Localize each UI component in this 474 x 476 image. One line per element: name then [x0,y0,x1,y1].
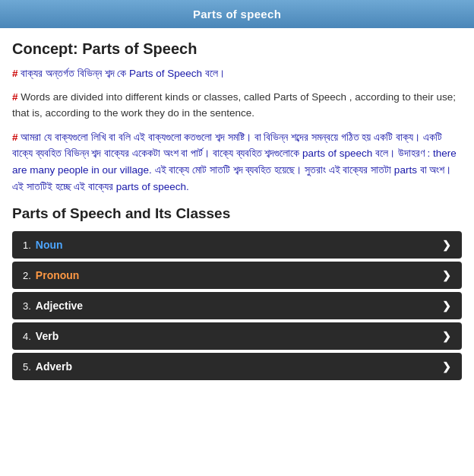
chevron-right-icon: ❯ [442,300,451,312]
pos-item-left: 5.Adverb [23,360,72,373]
page-title: Parts of speech [193,8,281,21]
app: Parts of speech Concept: Parts of Speech… [0,0,474,476]
content-area: Concept: Parts of Speech # বাক্যর অন্তর্… [0,28,474,476]
pos-num-4: 5. [23,361,31,373]
para1-bangla: বাক্যর অন্তর্গত বিভিন্ন শব্দ কে Parts of… [18,68,225,79]
chevron-right-icon: ❯ [442,360,451,373]
pos-name-noun: Noun [36,239,63,251]
pos-num-0: 1. [23,240,31,251]
pos-num-2: 3. [23,300,31,312]
pos-item-noun[interactable]: 1.Noun❯ [12,231,462,259]
pos-item-left: 2.Pronoun [23,269,79,281]
chevron-right-icon: ❯ [442,239,451,251]
header: Parts of speech [0,0,474,28]
para-2: # Words are divided into different kinds… [12,90,462,122]
pos-name-verb: Verb [36,330,58,342]
classes-title: Parts of Speech and Its Classes [12,205,462,222]
para2-text: Words are divided into different kinds o… [12,91,456,119]
para-3: # আমরা যে বাক্যগুলো লিখি বা বলি এই বাক্য… [12,129,462,195]
pos-name-pronoun: Pronoun [36,269,80,281]
pos-item-adjective[interactable]: 3.Adjective❯ [12,292,462,319]
para-1: # বাক্যর অন্তর্গত বিভিন্ন শব্দ কে Parts … [12,65,462,82]
hash-3: # [12,132,18,143]
hash-2: # [12,91,18,103]
pos-item-left: 1.Noun [23,239,63,251]
hash-1: # [12,68,18,79]
pos-name-adverb: Adverb [36,360,72,373]
pos-name-adjective: Adjective [36,300,83,312]
chevron-right-icon: ❯ [442,269,451,281]
pos-item-left: 3.Adjective [23,300,83,312]
pos-item-pronoun[interactable]: 2.Pronoun❯ [12,262,462,289]
chevron-right-icon: ❯ [442,330,451,342]
pos-item-verb[interactable]: 4.Verb❯ [12,322,462,350]
pos-num-3: 4. [23,331,31,342]
pos-item-adverb[interactable]: 5.Adverb❯ [12,353,462,380]
pos-list: 1.Noun❯2.Pronoun❯3.Adjective❯4.Verb❯5.Ad… [12,231,462,380]
concept-title: Concept: Parts of Speech [12,40,462,58]
pos-num-1: 2. [23,270,31,281]
para3-bangla: আমরা যে বাক্যগুলো লিখি বা বলি এই বাক্যগু… [12,132,457,192]
pos-item-left: 4.Verb [23,330,58,342]
